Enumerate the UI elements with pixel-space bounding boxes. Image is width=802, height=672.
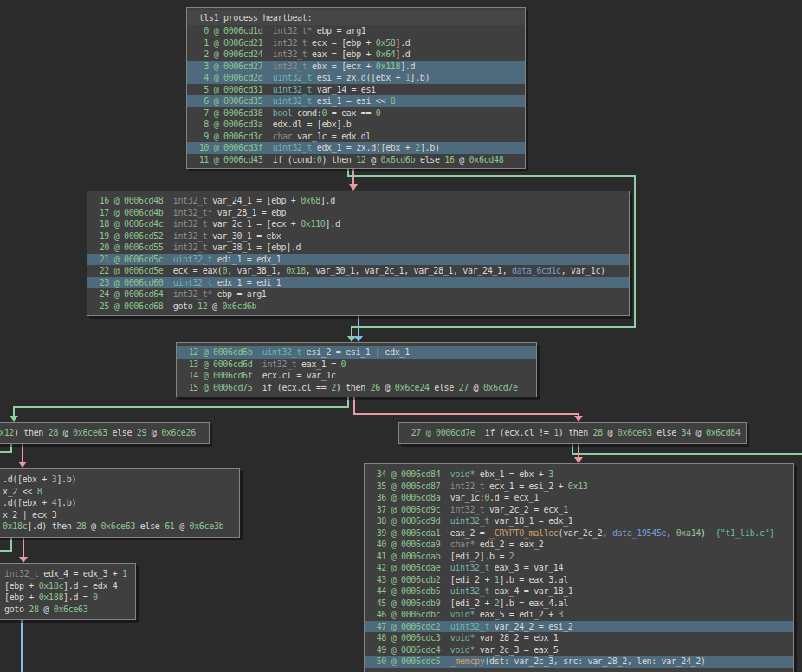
disasm-line[interactable]: 23 @ 0006cd60 uint32_t edx_1 = edi_1 xyxy=(87,277,629,289)
instruction-text: uint32_t var_24_2 = esi_2 xyxy=(450,622,573,631)
disasm-line[interactable]: 24 @ 0006cd64 int32_t* ebp = arg1 xyxy=(87,288,629,300)
disasm-line[interactable]: 41 @ 0006cdab [edi_2].b = 2 xyxy=(365,551,793,563)
disasm-line[interactable]: x12) then 28 @ 0x6ce63 else 29 @ 0x6ce26 xyxy=(0,427,209,439)
instruction-text: ecx.cl = var_1c xyxy=(262,371,336,380)
disasm-line[interactable]: int32_t edx_4 = edx_3 + 1 xyxy=(0,568,135,580)
line-address: 45 @ 0006cdb9 xyxy=(372,598,450,608)
disasm-line[interactable]: 47 @ 0006cdc2 uint32_t var_24_2 = esi_2 xyxy=(365,621,793,633)
disasm-line[interactable]: 49 @ 0006cdc4 void* var_2c_3 = eax_5 xyxy=(365,644,793,656)
disasm-line[interactable]: 36 @ 0006cd8a var_1c:0.d = ecx_1 xyxy=(365,492,793,504)
disasm-line[interactable]: 9 @ 0006cd3c char var_1c = edx.dl xyxy=(187,131,525,143)
line-address: 48 @ 0006cdc3 xyxy=(372,633,450,643)
line-address: 10 @ 0006cd3f xyxy=(194,143,273,152)
line-address: 7 @ 0006cd38 xyxy=(194,108,273,118)
disasm-line[interactable]: 13 @ 0006cd6d int32_t eax_1 = 0 xyxy=(177,359,536,371)
disasm-line[interactable]: 44 @ 0006cdb5 uint32_t eax_4 = var_18_1 xyxy=(365,585,793,598)
block-code: x12) then 28 @ 0x6ce63 else 29 @ 0x6ce26 xyxy=(0,427,209,439)
line-address: 21 @ 0006cd5c xyxy=(94,255,173,264)
disasm-line[interactable]: 5 @ 0006cd31 uint32_t var_14 = esi xyxy=(187,84,525,96)
disasm-line[interactable]: 48 @ 0006cdc3 void* var_28_2 = ebx_1 xyxy=(365,632,793,644)
disasm-line[interactable]: 12 @ 0006cd6b uint32_t esi_2 = esi_1 | e… xyxy=(177,346,536,359)
instruction-text: if (cond:0) then 12 @ 0x6cd6b else 16 @ … xyxy=(273,155,504,165)
disasm-line[interactable]: .d([ebx + 4].b) xyxy=(0,497,239,509)
basic-block-0x6cd48[interactable]: 16 @ 0006cd48 int32_t var_24_1 = [ebp + … xyxy=(87,191,630,316)
disasm-line[interactable]: 4 @ 0006cd2d uint32_t esi = zx.d([ebx + … xyxy=(187,72,525,84)
disasm-line[interactable]: 21 @ 0006cd5c uint32_t edi_1 = edx_1 xyxy=(87,254,629,266)
instruction-text: x_2 | ecx_3 xyxy=(3,510,56,520)
disasm-line[interactable]: 25 @ 0006cd68 goto 12 @ 0x6cd6b xyxy=(87,300,629,313)
disasm-line[interactable]: 14 @ 0006cd6f ecx.cl = var_1c xyxy=(177,370,536,382)
line-address: 9 @ 0006cd3c xyxy=(194,132,273,141)
disasm-line[interactable]: 19 @ 0006cd52 int32_t var_30_1 = ebx xyxy=(87,230,629,242)
disasm-line[interactable]: 38 @ 0006cd9d uint32_t var_18_1 = edx_1 xyxy=(365,515,793,527)
disasm-line[interactable]: 11 @ 0006cd43 if (cond:0) then 12 @ 0x6c… xyxy=(187,154,525,166)
disasm-line[interactable]: 40 @ 0006cda9 char* edi_2 = eax_2 xyxy=(365,539,793,551)
basic-block-0x6cd7e[interactable]: 27 @ 0006cd7e if (ecx.cl != 1) then 28 @… xyxy=(398,422,747,444)
disasm-line[interactable]: 1 @ 0006cd21 int32_t ecx = [ebp + 0x58].… xyxy=(187,37,525,49)
disasm-line[interactable]: .d([ebx + 3].b) xyxy=(0,474,239,486)
instruction-text: int32_t eax = [ebp + 0x64].d xyxy=(273,49,411,59)
instruction-text: uint32_t eax_4 = var_18_1 xyxy=(450,586,573,596)
block-code: int32_t edx_4 = edx_3 + 1[ebp + 0x18c].d… xyxy=(0,568,135,615)
disasm-line[interactable]: 3 @ 0006cd27 int32_t ebx = [ecx + 0x118]… xyxy=(187,61,525,73)
instruction-text: int32_t* ebp = arg1 xyxy=(273,26,366,36)
disasm-line[interactable]: 43 @ 0006cdb2 [edi_2 + 1].b = eax_3.al xyxy=(365,574,793,586)
disasm-line[interactable]: x_2 | ecx_3 xyxy=(0,509,239,521)
basic-block-0x6ce24-partial[interactable]: x12) then 28 @ 0x6ce63 else 29 @ 0x6ce26 xyxy=(0,422,210,444)
line-address: 20 @ 0006cd55 xyxy=(94,242,173,252)
line-address: 39 @ 0006cda1 xyxy=(372,528,450,538)
instruction-text: var_1c:0.d = ecx_1 xyxy=(450,493,539,502)
line-address: 35 @ 0006cd87 xyxy=(372,481,450,491)
disasm-line[interactable]: 17 @ 0006cd4b int32_t* var_28_1 = ebp xyxy=(87,207,629,219)
line-address: 13 @ 0006cd6d xyxy=(184,359,262,369)
disasm-line[interactable]: goto 28 @ 0x6ce63 xyxy=(0,604,135,616)
line-address: 27 @ 0006cd7e xyxy=(406,428,485,437)
disasm-line[interactable]: 0x18c].d) then 28 @ 0x6ce63 else 61 @ 0x… xyxy=(0,520,239,533)
line-address: 18 @ 0006cd4c xyxy=(94,219,173,229)
basic-block-0x6cd6b[interactable]: 12 @ 0006cd6b uint32_t esi_2 = esi_1 | e… xyxy=(176,342,537,397)
instruction-text: int32_t var_2c_1 = [ecx + 0x110].d xyxy=(173,219,340,229)
disasm-line[interactable]: 46 @ 0006cdbc void* eax_5 = edi_2 + 3 xyxy=(365,609,793,621)
disasm-line[interactable]: 39 @ 0006cda1 eax_2 = _CRYPTO_malloc(var… xyxy=(365,527,793,540)
disasm-line[interactable]: 45 @ 0006cdb9 [edi_2 + 2].b = eax_4.al xyxy=(365,598,793,610)
disasm-line[interactable]: 27 @ 0006cd7e if (ecx.cl != 1) then 28 @… xyxy=(399,427,746,439)
instruction-text: x_2 << 8 xyxy=(3,487,42,496)
line-address: 12 @ 0006cd6b xyxy=(184,347,262,357)
instruction-text: int32_t var_2c_2 = ecx_1 xyxy=(450,505,568,514)
disasm-line[interactable]: [ebp + 0x18c].d = edx_4 xyxy=(0,580,135,592)
basic-block-0x6ce3b-partial[interactable]: int32_t edx_4 = edx_3 + 1[ebp + 0x18c].d… xyxy=(0,563,136,620)
instruction-text: x12) then 28 @ 0x6ce63 else 29 @ 0x6ce26 xyxy=(0,428,196,437)
disasm-line[interactable]: 20 @ 0006cd55 int32_t var_38_1 = [ebp].d xyxy=(87,242,629,254)
disasm-line[interactable]: 18 @ 0006cd4c int32_t var_2c_1 = [ecx + … xyxy=(87,218,629,230)
basic-block-0x6cd84[interactable]: 34 @ 0006cd84 void* ebx_1 = ebx + 3 35 @… xyxy=(364,463,794,672)
disasm-line[interactable]: 7 @ 0006cd38 bool cond:0 = eax == 0 xyxy=(187,107,525,120)
disasm-line[interactable]: 35 @ 0006cd87 int32_t ecx_1 = esi_2 + 0x… xyxy=(365,481,793,493)
line-address: 42 @ 0006cdae xyxy=(372,563,450,572)
line-address: 23 @ 0006cd60 xyxy=(94,278,173,288)
disasm-line[interactable]: 22 @ 0006cd5e ecx = eax(0, var_38_1, 0x1… xyxy=(87,265,629,277)
disasm-line[interactable]: 16 @ 0006cd48 int32_t var_24_1 = [ebp + … xyxy=(87,195,629,207)
instruction-text: void* eax_5 = edi_2 + 3 xyxy=(450,610,563,619)
disasm-line[interactable]: 37 @ 0006cd9c int32_t var_2c_2 = ecx_1 xyxy=(365,504,793,516)
basic-block-0x6cd1d[interactable]: _tls1_process_heartbeat: 0 @ 0006cd1d in… xyxy=(186,7,526,169)
disasm-line[interactable]: 34 @ 0006cd84 void* ebx_1 = ebx + 3 xyxy=(365,468,793,481)
line-address: 15 @ 0006cd75 xyxy=(184,383,262,392)
disasm-line[interactable]: 0 @ 0006cd1d int32_t* ebp = arg1 xyxy=(187,25,525,37)
line-address: 47 @ 0006cdc2 xyxy=(372,622,450,631)
disasm-line[interactable]: 6 @ 0006cd35 uint32_t esi_1 = esi << 8 xyxy=(187,95,525,107)
disasm-line[interactable]: 15 @ 0006cd75 if (ecx.cl == 2) then 26 @… xyxy=(177,382,536,394)
disasm-line[interactable]: 50 @ 0006cdc5 _memcpy(dst: var_2c_3, src… xyxy=(365,656,793,668)
basic-block-0x6ce26-partial[interactable]: .d([ebx + 3].b)x_2 << 8.d([ebx + 4].b)x_… xyxy=(0,468,240,538)
disasm-line[interactable]: [ebp + 0x188].d = 0 xyxy=(0,591,135,604)
instruction-text: int32_t eax_1 = 0 xyxy=(262,359,346,369)
disasm-line[interactable]: 2 @ 0006cd24 int32_t eax = [ebp + 0x64].… xyxy=(187,48,525,61)
disasm-line[interactable]: x_2 << 8 xyxy=(0,486,239,498)
instruction-text: int32_t var_38_1 = [ebp].d xyxy=(173,242,301,252)
disasm-line[interactable]: 8 @ 0006cd3a edx.dl = [ebx].b xyxy=(187,119,525,131)
function-name: _tls1_process_heartbeat: xyxy=(187,10,525,25)
disasm-line[interactable]: 42 @ 0006cdae uint32_t eax_3 = var_14 xyxy=(365,562,793,574)
line-address: 40 @ 0006cda9 xyxy=(372,540,450,549)
instruction-text: int32_t ecx_1 = esi_2 + 0x13 xyxy=(450,481,588,491)
instruction-text: .d([ebx + 3].b) xyxy=(3,475,76,484)
disasm-line[interactable]: 10 @ 0006cd3f uint32_t edx_1 = zx.d([ebx… xyxy=(187,142,525,154)
